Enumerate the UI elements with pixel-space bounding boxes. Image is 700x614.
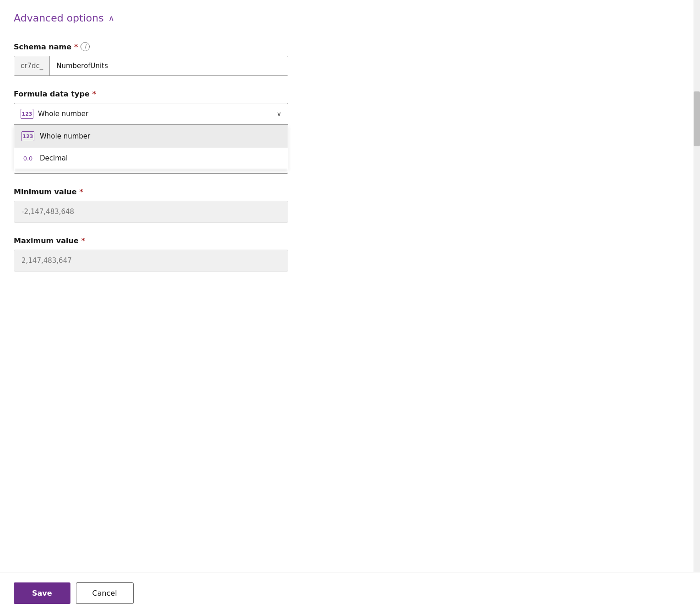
maximum-value-input[interactable] — [14, 250, 288, 272]
whole-number-icon: 123 — [22, 131, 34, 141]
schema-name-info-icon[interactable]: i — [81, 42, 90, 51]
minimum-value-label: Minimum value * — [14, 187, 686, 196]
form-content: Advanced options ∧ Schema name * i cr7dc… — [14, 12, 686, 331]
bottom-bar: Save Cancel — [0, 572, 700, 614]
minimum-value-required: * — [80, 187, 83, 196]
schema-name-field: cr7dc_ — [14, 56, 288, 76]
save-button[interactable]: Save — [14, 582, 70, 604]
decimal-icon: 0.0 — [22, 155, 34, 162]
maximum-value-section: Maximum value * — [14, 236, 686, 272]
formula-data-type-required: * — [92, 90, 96, 98]
formula-selected-label: Whole number — [38, 110, 272, 118]
cancel-button[interactable]: Cancel — [76, 582, 134, 604]
advanced-options-title: Advanced options — [14, 12, 104, 24]
chevron-up-icon: ∧ — [108, 14, 114, 22]
formula-chevron-icon: ∨ — [277, 110, 281, 117]
schema-name-label: Schema name * i — [14, 42, 686, 51]
formula-option-decimal[interactable]: 0.0 Decimal — [14, 148, 288, 169]
formula-data-type-menu: 123 Whole number 0.0 Decimal — [14, 125, 288, 169]
main-container: Advanced options ∧ Schema name * i cr7dc… — [0, 0, 700, 614]
advanced-options-toggle[interactable]: Advanced options ∧ — [14, 12, 686, 24]
schema-name-input[interactable] — [50, 56, 288, 75]
schema-prefix: cr7dc_ — [14, 56, 50, 75]
formula-data-type-label: Formula data type * — [14, 90, 686, 98]
scrollbar-track[interactable] — [694, 0, 700, 614]
formula-type-icon: 123 — [21, 109, 33, 119]
scrollbar-thumb[interactable] — [694, 91, 700, 146]
maximum-value-label: Maximum value * — [14, 236, 686, 245]
formula-data-type-button[interactable]: 123 Whole number ∨ — [14, 103, 288, 125]
schema-name-section: Schema name * i cr7dc_ — [14, 42, 686, 76]
formula-data-type-dropdown: 123 Whole number ∨ 123 Whole number 0.0 … — [14, 103, 288, 125]
schema-name-required: * — [74, 43, 78, 51]
minimum-value-input[interactable] — [14, 201, 288, 223]
decimal-label: Decimal — [40, 154, 68, 162]
formula-data-type-section: Formula data type * 123 Whole number ∨ 1… — [14, 90, 686, 125]
maximum-value-required: * — [81, 236, 85, 245]
minimum-value-section: Minimum value * — [14, 187, 686, 223]
whole-number-label: Whole number — [40, 132, 90, 140]
formula-option-whole-number[interactable]: 123 Whole number — [14, 125, 288, 148]
